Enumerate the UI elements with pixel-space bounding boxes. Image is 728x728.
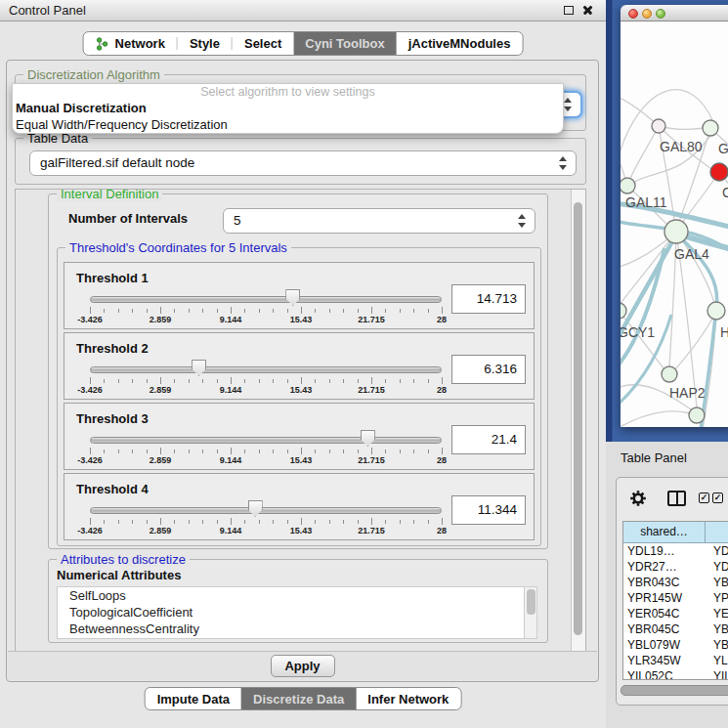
slider-tick bbox=[147, 520, 148, 524]
window-float-icon[interactable] bbox=[564, 6, 574, 15]
desktop-background: GAL80GACGAL11GAL4GCY1HHAP2 bbox=[606, 0, 728, 442]
slider-tick bbox=[147, 379, 148, 383]
slider-scale-label: 15.43 bbox=[290, 455, 313, 465]
threshold-value-field[interactable]: 21.4 bbox=[451, 425, 526, 454]
tab-select[interactable]: Select bbox=[233, 32, 293, 55]
table-row[interactable]: YDR27…YDR2 bbox=[623, 559, 728, 575]
minimize-traffic-light[interactable] bbox=[642, 9, 652, 19]
slider-tick bbox=[287, 379, 288, 383]
table-row[interactable]: YIL052CYIL0 bbox=[623, 668, 728, 680]
slider-tick bbox=[104, 450, 105, 453]
combo-stepper-icon[interactable] bbox=[559, 156, 568, 170]
window-close-icon[interactable] bbox=[581, 4, 594, 17]
slider-track[interactable] bbox=[90, 366, 442, 373]
numerical-attributes-list[interactable]: SelfLoopsTopologicalCoefficientBetweenne… bbox=[57, 586, 537, 639]
close-traffic-light[interactable] bbox=[628, 9, 638, 19]
slider-scale-label: -3.426 bbox=[77, 526, 103, 535]
slider-tick bbox=[104, 379, 105, 383]
checkbox-checked-icon[interactable]: ✓ bbox=[712, 492, 723, 503]
numerical-attributes-label: Numerical Attributes bbox=[57, 568, 181, 582]
slider-track[interactable] bbox=[90, 437, 442, 444]
slider-thumb[interactable] bbox=[285, 289, 300, 306]
algorithm-dropdown-popup: Select algorithm to view settings Manual… bbox=[12, 83, 564, 134]
column-header-name[interactable]: na bbox=[706, 522, 728, 542]
cell-name: YBL0 bbox=[706, 637, 728, 653]
list-item[interactable]: TopologicalCoefficient bbox=[58, 604, 536, 621]
table-row[interactable]: YBR043CYBR0 bbox=[623, 575, 728, 590]
slider-tick bbox=[358, 379, 359, 383]
list-scrollbar[interactable] bbox=[524, 587, 536, 638]
slider-tick bbox=[189, 450, 190, 453]
threshold-value-field[interactable]: 14.713 bbox=[451, 284, 526, 314]
network-node[interactable] bbox=[689, 407, 705, 423]
network-node-hap2[interactable] bbox=[662, 366, 677, 382]
table-row[interactable]: YDL19…YDL1 bbox=[623, 543, 728, 559]
network-node-ga[interactable] bbox=[703, 120, 718, 136]
tab-label: Infer Network bbox=[367, 692, 449, 707]
checkbox-checked-icon[interactable]: ✓ bbox=[699, 492, 709, 503]
list-item[interactable]: SelfLoops bbox=[58, 587, 536, 604]
cell-name: YLR3 bbox=[706, 653, 728, 668]
threshold-value-field[interactable]: 11.344 bbox=[451, 495, 526, 525]
tab-impute-data[interactable]: Impute Data bbox=[146, 688, 241, 709]
apply-button[interactable]: Apply bbox=[271, 655, 335, 677]
slider-tick bbox=[315, 379, 316, 383]
slider-tick bbox=[259, 309, 260, 313]
node-attribute-table[interactable]: shared… na YDL19…YDL1YDR27…YDR2YBR043CYB… bbox=[622, 521, 728, 680]
table-row[interactable]: YLR345WYLR3 bbox=[623, 653, 728, 668]
zoom-traffic-light[interactable] bbox=[656, 9, 665, 19]
slider-tick bbox=[147, 450, 148, 453]
table-panel-section: Table Panel ✓ ✓ shared… na YDL19…YDL1YDR… bbox=[606, 442, 728, 728]
slider-thumb[interactable] bbox=[248, 500, 263, 517]
tab-style[interactable]: Style bbox=[178, 32, 232, 55]
slider-tick bbox=[428, 450, 429, 453]
column-header-shared-name[interactable]: shared… bbox=[623, 522, 706, 542]
combo-stepper-icon[interactable] bbox=[518, 214, 527, 228]
network-node-gal11[interactable] bbox=[621, 178, 635, 193]
algorithm-option-manual[interactable]: Manual Discretization bbox=[13, 101, 563, 117]
slider-tick bbox=[132, 309, 133, 313]
combo-stepper-icon[interactable] bbox=[564, 98, 573, 111]
network-node-gal4[interactable] bbox=[664, 220, 688, 243]
tab-discretize-data[interactable]: Discretize Data bbox=[241, 688, 356, 709]
slider-tick bbox=[428, 520, 429, 524]
slider-thumb[interactable] bbox=[192, 360, 206, 376]
slider-tick bbox=[329, 450, 330, 453]
slider-tick bbox=[132, 450, 133, 453]
list-item[interactable]: BetweennessCentrality bbox=[58, 621, 536, 637]
network-node-gcy1[interactable] bbox=[621, 303, 626, 319]
slider-track[interactable] bbox=[90, 296, 442, 303]
tab-jactivemnodules[interactable]: jActiveMNodules bbox=[397, 32, 523, 55]
table-row[interactable]: YBL079WYBL0 bbox=[623, 637, 728, 653]
slider-tick bbox=[217, 379, 218, 383]
table-row[interactable]: YER054CYER0 bbox=[623, 606, 728, 621]
split-columns-icon[interactable] bbox=[667, 491, 686, 506]
table-row[interactable]: YPR145WYPR1 bbox=[623, 590, 728, 606]
slider-scale-label: 28 bbox=[437, 526, 447, 535]
control-panel-titlebar: Control Panel bbox=[0, 0, 606, 21]
network-node-gal80[interactable] bbox=[652, 119, 665, 133]
slider-thumb[interactable] bbox=[361, 430, 375, 447]
interval-definition-group: Interval Definition Number of Intervals … bbox=[48, 193, 548, 549]
settings-vertical-scrollbar[interactable] bbox=[571, 190, 585, 653]
table-data-combobox[interactable]: galFiltered.sif default node bbox=[29, 150, 577, 176]
tab-network[interactable]: Network bbox=[84, 32, 177, 55]
network-node-h[interactable] bbox=[707, 302, 725, 320]
algorithm-option-equal-width[interactable]: Equal Width/Frequency Discretization bbox=[13, 117, 563, 134]
threshold-value-field[interactable]: 6.316 bbox=[451, 355, 526, 384]
network-node-c[interactable] bbox=[710, 163, 728, 181]
slider-tick bbox=[413, 379, 414, 383]
slider-tick bbox=[174, 379, 175, 383]
tab-cyni-toolbox[interactable]: Cyni Toolbox bbox=[293, 32, 396, 55]
slider-track[interactable] bbox=[90, 507, 442, 514]
tab-infer-network[interactable]: Infer Network bbox=[356, 688, 460, 709]
slider-tick bbox=[244, 309, 245, 313]
network-canvas[interactable]: GAL80GACGAL11GAL4GCY1HHAP2 bbox=[621, 21, 728, 427]
number-of-intervals-label: Number of Intervals bbox=[68, 211, 188, 226]
gear-icon[interactable] bbox=[629, 490, 647, 507]
number-of-intervals-combobox[interactable]: 5 bbox=[223, 208, 535, 234]
table-horizontal-scrollbar[interactable] bbox=[621, 685, 728, 696]
table-row[interactable]: YBR045CYBR0 bbox=[623, 621, 728, 637]
slider-tick bbox=[315, 520, 316, 524]
slider-tick bbox=[202, 379, 203, 383]
